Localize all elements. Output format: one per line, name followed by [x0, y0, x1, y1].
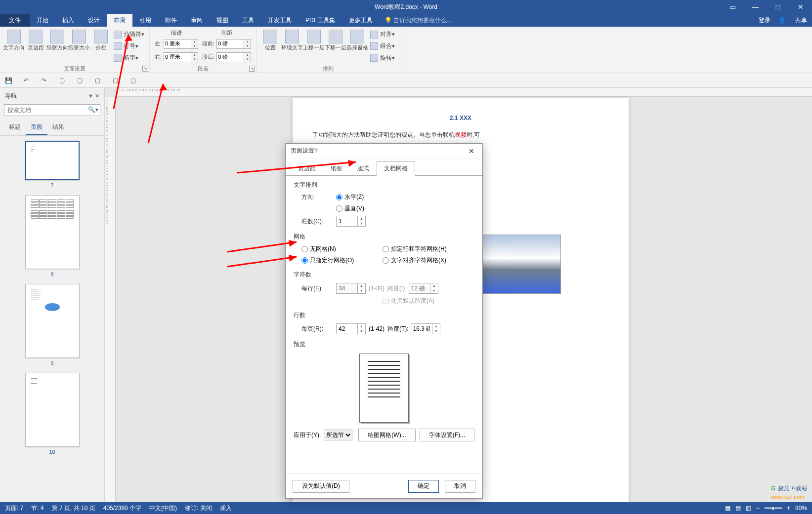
paragraph-launcher[interactable]: ↘: [249, 66, 255, 72]
status-insert[interactable]: 插入: [220, 504, 232, 513]
group-button[interactable]: 组合 ▾: [370, 41, 395, 51]
hyphenation-button[interactable]: 断字 ▾: [114, 53, 144, 63]
ok-button[interactable]: 确定: [408, 480, 439, 493]
tab-home[interactable]: 开始: [30, 14, 55, 27]
qat-btn-7[interactable]: ▢: [111, 76, 120, 85]
maximize-button[interactable]: □: [767, 0, 789, 14]
columns-spinner[interactable]: ▲▼: [358, 216, 366, 227]
radio-align-chars[interactable]: 文字对齐字符网格(X): [383, 256, 467, 265]
columns-input[interactable]: [336, 216, 358, 227]
status-page[interactable]: 页面: 7: [5, 504, 23, 513]
undo-icon[interactable]: ↶: [22, 76, 31, 85]
breaks-button[interactable]: 分隔符 ▾: [114, 30, 144, 40]
font-settings-button[interactable]: 字体设置(F)...: [420, 429, 474, 441]
nav-tab-headings[interactable]: 标题: [4, 120, 26, 135]
send-backward-button[interactable]: 下移一层: [325, 28, 346, 65]
view-read-icon[interactable]: ▦: [725, 505, 730, 512]
login-button[interactable]: 登录: [759, 16, 770, 25]
tab-file[interactable]: 文件: [0, 14, 30, 27]
dialog-help-button[interactable]: ?: [314, 148, 318, 155]
dlg-tab-paper[interactable]: 纸张: [323, 161, 350, 176]
nav-tab-pages[interactable]: 页面: [26, 120, 47, 135]
qat-btn-5[interactable]: ▢: [75, 76, 84, 85]
close-button[interactable]: ✕: [789, 0, 812, 14]
radio-horizontal[interactable]: 水平(Z): [336, 193, 364, 201]
tab-pdf-tools[interactable]: PDF工具集: [299, 14, 342, 27]
margins-button[interactable]: 页边距: [25, 28, 46, 65]
tab-more-tools[interactable]: 更多工具: [342, 14, 380, 27]
draw-grid-button[interactable]: 绘图网格(W)...: [358, 429, 415, 441]
nav-search-input[interactable]: [4, 104, 100, 116]
page-setup-launcher[interactable]: ↘: [142, 66, 148, 72]
spacing-after-spinner[interactable]: ▲▼: [244, 52, 251, 62]
ribbon-display-options-button[interactable]: ▭: [721, 0, 744, 14]
rotate-button[interactable]: 旋转 ▾: [370, 53, 395, 63]
radio-lines-chars[interactable]: 指定行和字符网格(H): [383, 245, 467, 253]
save-icon[interactable]: 💾: [4, 76, 13, 85]
dialog-titlebar[interactable]: 页面设置 ? ✕: [286, 144, 482, 158]
orientation-button[interactable]: 纸张方向: [46, 28, 68, 65]
indent-left-input[interactable]: [164, 39, 191, 49]
size-button[interactable]: 纸张大小: [68, 28, 90, 65]
columns-button[interactable]: 分栏: [90, 28, 112, 65]
line-span-input[interactable]: [411, 323, 432, 334]
spacing-before-spinner[interactable]: ▲▼: [244, 39, 251, 49]
text-direction-button[interactable]: 文字方向: [3, 28, 25, 65]
search-icon[interactable]: 🔍▾: [88, 106, 98, 113]
lines-spinner[interactable]: ▲▼: [358, 323, 366, 334]
zoom-level[interactable]: 80%: [795, 505, 807, 512]
redo-icon[interactable]: ↷: [40, 76, 48, 85]
spacing-before-input[interactable]: [216, 39, 244, 49]
dlg-tab-margins[interactable]: 页边距: [291, 161, 323, 176]
status-words[interactable]: 405/2380 个字: [103, 504, 141, 513]
zoom-out-button[interactable]: −: [756, 505, 760, 512]
thumbnail-page-9[interactable]: ━━━━━━━━━━━━━━━━━━━━━━━━━━━━━━━━━━━━━━━━…: [23, 284, 82, 366]
tab-mailings[interactable]: 邮件: [158, 14, 184, 27]
radio-lines-only[interactable]: 只指定行网格(O): [301, 256, 354, 265]
nav-tab-results[interactable]: 结果: [47, 120, 69, 135]
tab-developer[interactable]: 开发工具: [261, 14, 299, 27]
indent-right-spinner[interactable]: ▲▼: [191, 52, 198, 62]
set-default-button[interactable]: 设为默认值(D): [293, 480, 349, 493]
horizontal-ruler[interactable]: L 1 2 3 4 5 6 7 8 9 10 11 12 13 14 15: [116, 88, 812, 97]
tab-review[interactable]: 审阅: [184, 14, 210, 27]
indent-right-input[interactable]: [164, 52, 191, 62]
qat-btn-4[interactable]: ▢: [57, 76, 66, 85]
thumbnail-page-7[interactable]: ▪▪▪▪▪▪▪▪▪▪▪▪ 7: [23, 141, 82, 188]
zoom-in-button[interactable]: +: [787, 505, 790, 512]
tell-me-input[interactable]: 💡 告诉我您想要做什么...: [385, 16, 452, 25]
thumbnail-page-10[interactable]: ━━━ ━━━━━━━━━━━━━━━ 10: [23, 373, 82, 455]
tab-tools[interactable]: 工具: [235, 14, 261, 27]
bring-forward-button[interactable]: 上移一层: [303, 28, 325, 65]
zoom-slider[interactable]: ━━●━━: [765, 505, 782, 512]
tab-design[interactable]: 设计: [81, 14, 107, 27]
indent-left-spinner[interactable]: ▲▼: [191, 39, 198, 49]
radio-no-grid[interactable]: 无网格(N): [301, 245, 336, 253]
selection-pane-button[interactable]: 选择窗格: [346, 28, 368, 65]
line-numbers-button[interactable]: 行号 ▾: [114, 41, 144, 51]
radio-vertical[interactable]: 垂直(V): [336, 204, 364, 213]
minimize-button[interactable]: —: [744, 0, 767, 14]
apply-to-select[interactable]: 所选节: [324, 430, 352, 440]
dialog-close-button[interactable]: ✕: [466, 147, 477, 155]
align-button[interactable]: 对齐 ▾: [370, 30, 395, 40]
share-button[interactable]: 👤 共享: [778, 16, 807, 25]
lines-per-page-input[interactable]: [336, 323, 358, 334]
status-pages[interactable]: 第 7 页, 共 10 页: [52, 504, 95, 513]
tab-view[interactable]: 视图: [210, 14, 235, 27]
thumbnail-page-8[interactable]: 8: [23, 195, 82, 277]
cancel-button[interactable]: 取消: [445, 480, 475, 493]
dlg-tab-grid[interactable]: 文档网格: [377, 161, 415, 176]
status-language[interactable]: 中文(中国): [149, 504, 177, 513]
spacing-after-input[interactable]: [216, 52, 244, 62]
tab-references[interactable]: 引用: [132, 14, 158, 27]
view-web-icon[interactable]: ▥: [746, 505, 751, 512]
nav-chevron-icon[interactable]: ▼ ✕: [88, 93, 99, 99]
status-section[interactable]: 节: 4: [31, 504, 43, 513]
view-print-icon[interactable]: ▤: [735, 505, 741, 512]
qat-btn-6[interactable]: ▢: [93, 76, 102, 85]
tab-layout[interactable]: 布局: [107, 14, 132, 27]
dlg-tab-layout[interactable]: 版式: [350, 161, 377, 176]
line-span-spinner[interactable]: ▲▼: [432, 323, 440, 334]
position-button[interactable]: 位置: [259, 28, 281, 65]
